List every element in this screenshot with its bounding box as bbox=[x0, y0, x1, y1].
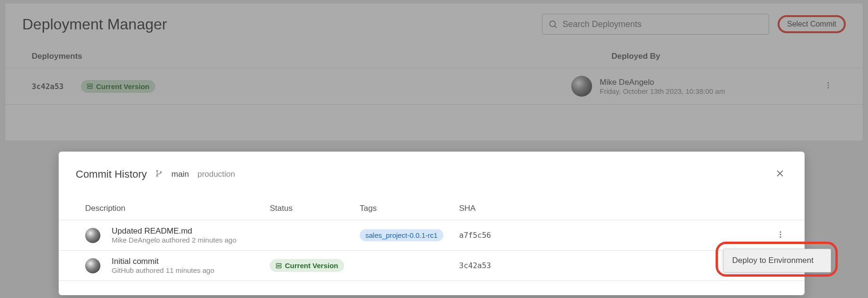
col-header-status: Status bbox=[270, 204, 360, 213]
current-version-badge: Current Version bbox=[270, 259, 344, 272]
commit-description: Updated README.md Mike DeAngelo authored… bbox=[112, 226, 270, 244]
avatar bbox=[85, 228, 100, 243]
commit-row[interactable]: Updated README.md Mike DeAngelo authored… bbox=[59, 220, 805, 251]
svg-rect-15 bbox=[276, 263, 282, 265]
commit-row[interactable]: Initial commit GitHub authored 11 minute… bbox=[59, 251, 805, 281]
deploy-to-environment-item[interactable]: Deploy to Environment bbox=[723, 249, 831, 272]
commit-description: Initial commit GitHub authored 11 minute… bbox=[112, 257, 270, 274]
commit-tags: sales_project-0.0.1-rc1 bbox=[360, 229, 459, 241]
col-header-tags: Tags bbox=[360, 204, 459, 213]
commit-status: Current Version bbox=[270, 259, 360, 272]
modal-header: Commit History main production bbox=[59, 166, 805, 183]
commit-history-modal: Commit History main production Descripti… bbox=[59, 152, 805, 295]
commit-sha: a7f5c56 bbox=[459, 231, 724, 240]
branch-main-label[interactable]: main bbox=[171, 170, 189, 179]
close-icon bbox=[775, 169, 785, 178]
branch-env-label[interactable]: production bbox=[197, 170, 235, 179]
commit-sha: 3c42a53 bbox=[459, 261, 724, 270]
svg-point-8 bbox=[157, 175, 158, 177]
svg-point-14 bbox=[780, 236, 781, 237]
col-header-sha: SHA bbox=[459, 204, 724, 213]
modal-table-head: Description Status Tags SHA bbox=[59, 183, 805, 220]
commit-subtitle: Mike DeAngelo authored 2 minutes ago bbox=[112, 236, 270, 244]
commit-title: Initial commit bbox=[112, 257, 270, 266]
more-vert-icon bbox=[776, 230, 785, 239]
col-header-description: Description bbox=[85, 204, 270, 213]
svg-point-9 bbox=[160, 172, 162, 173]
svg-point-7 bbox=[157, 170, 158, 172]
svg-point-12 bbox=[780, 231, 781, 233]
svg-rect-16 bbox=[276, 266, 282, 268]
commit-title: Updated README.md bbox=[112, 226, 270, 236]
avatar bbox=[85, 258, 100, 273]
commit-menu-button[interactable] bbox=[773, 227, 788, 244]
tag-pill[interactable]: sales_project-0.0.1-rc1 bbox=[360, 229, 443, 241]
server-icon bbox=[275, 262, 282, 269]
close-button[interactable] bbox=[772, 166, 788, 183]
badge-label: Current Version bbox=[285, 262, 338, 270]
git-branch-icon bbox=[155, 170, 163, 179]
svg-point-13 bbox=[780, 234, 781, 235]
commit-subtitle: GitHub authored 11 minutes ago bbox=[112, 266, 270, 274]
modal-title: Commit History bbox=[76, 168, 147, 181]
